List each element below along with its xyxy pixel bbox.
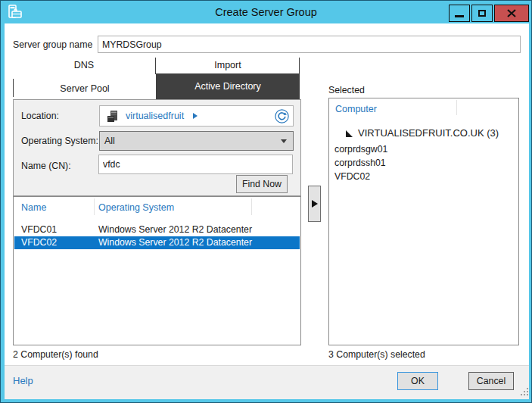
row-name-cell: VFDC01 (21, 224, 57, 235)
search-results-list: Name Operating System VFDC01 Windows Ser… (13, 196, 301, 345)
breadcrumb-arrow-icon[interactable] (193, 113, 198, 119)
table-row[interactable]: VFDC01 Windows Server 2012 R2 Datacenter (14, 223, 300, 236)
help-link[interactable]: Help (13, 375, 33, 386)
domain-group-label: VIRTUALISEDFRUIT.CO.UK (3) (358, 127, 499, 139)
maximize-icon (478, 10, 486, 17)
row-name-cell: VFDC02 (21, 237, 57, 248)
column-divider (456, 100, 457, 115)
resize-grip[interactable] (521, 388, 522, 389)
tab-import[interactable]: Import (157, 60, 299, 70)
close-button[interactable] (494, 5, 529, 22)
location-breadcrumb-link[interactable]: virtualisedfruit (126, 111, 184, 121)
tab-divider (155, 58, 156, 74)
computers-selected-status: 3 Computer(s) selected (328, 349, 425, 360)
column-divider (251, 198, 252, 215)
tab-active-directory[interactable]: Active Directory (156, 73, 300, 99)
ok-button[interactable]: OK (397, 372, 438, 390)
chevron-down-icon (281, 139, 287, 143)
minimize-button[interactable] (449, 5, 470, 22)
server-group-name-label: Server group name (13, 39, 92, 50)
column-header-name[interactable]: Name (21, 202, 46, 213)
domain-server-icon (106, 110, 119, 123)
titlebar[interactable]: Create Server Group (1, 1, 531, 23)
cancel-button[interactable]: Cancel (468, 372, 514, 390)
list-item[interactable]: VFDC02 (334, 171, 370, 182)
table-row-selected[interactable]: VFDC02 Windows Server 2012 R2 Datacenter (14, 236, 300, 249)
list-item[interactable]: corprdssh01 (334, 158, 386, 168)
tab-divider (299, 58, 300, 74)
tree-expanded-icon[interactable] (346, 130, 353, 138)
create-server-group-dialog: Create Server Group Server group name DN… (0, 0, 532, 403)
list-item[interactable]: corprdsgw01 (334, 144, 387, 155)
operating-system-label: Operating System: (21, 136, 98, 146)
minimize-icon (455, 15, 464, 17)
find-now-button[interactable]: Find Now (236, 175, 288, 193)
selected-computers-panel: Computer VIRTUALISEDFRUIT.CO.UK (3) corp… (328, 98, 519, 345)
right-arrow-icon (312, 200, 318, 208)
column-header-computer[interactable]: Computer (335, 104, 377, 114)
location-label: Location: (21, 111, 59, 121)
refresh-icon[interactable] (275, 109, 289, 123)
add-selected-button[interactable] (308, 186, 321, 222)
tab-server-pool[interactable]: Server Pool (14, 83, 156, 94)
column-divider (94, 198, 95, 215)
selected-label: Selected (328, 85, 365, 95)
row-os-cell: Windows Server 2012 R2 Datacenter (98, 237, 252, 248)
close-icon (507, 9, 516, 17)
column-header-os[interactable]: Operating System (98, 202, 174, 213)
tab-dns[interactable]: DNS (13, 60, 155, 70)
maximize-button[interactable] (471, 5, 493, 22)
location-field[interactable]: virtualisedfruit (99, 105, 294, 127)
server-group-name-input[interactable] (98, 36, 521, 53)
tab-divider (13, 79, 14, 97)
name-cn-input[interactable] (98, 155, 293, 174)
domain-group-row[interactable]: VIRTUALISEDFRUIT.CO.UK (3) (329, 126, 518, 141)
row-os-cell: Windows Server 2012 R2 Datacenter (98, 224, 252, 235)
name-cn-label: Name (CN): (21, 161, 71, 171)
operating-system-select[interactable]: All (99, 131, 294, 151)
dialog-footer (5, 365, 529, 399)
computers-found-status: 2 Computer(s) found (13, 349, 98, 360)
operating-system-value: All (104, 136, 115, 146)
